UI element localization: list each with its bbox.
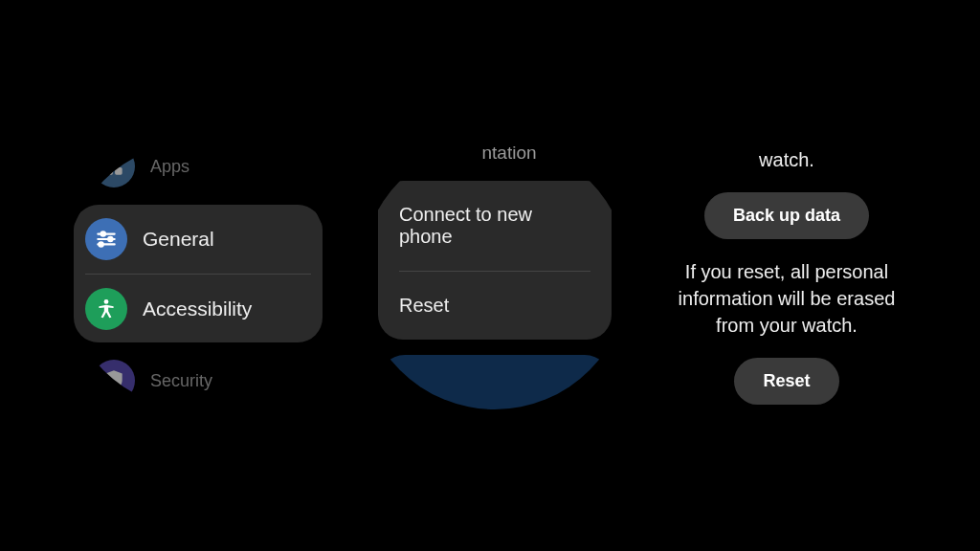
top-text-fragment: watch. <box>759 146 814 173</box>
settings-item-security[interactable]: Security <box>83 346 313 409</box>
reset-button[interactable]: Reset <box>734 358 838 405</box>
connect-new-phone-item[interactable]: Connect to new phone <box>399 181 590 271</box>
sliders-icon <box>85 218 127 260</box>
settings-item-accessibility[interactable]: Accessibility <box>85 274 311 342</box>
backup-data-button[interactable]: Back up data <box>704 192 869 239</box>
svg-point-5 <box>101 231 105 235</box>
settings-item-apps[interactable]: Apps <box>83 142 313 201</box>
settings-item-general[interactable]: General <box>74 205 323 274</box>
apps-icon <box>93 145 135 187</box>
apps-label: Apps <box>150 157 189 177</box>
svg-rect-1 <box>115 158 122 165</box>
svg-point-7 <box>108 237 112 241</box>
accessibility-label: Accessibility <box>143 298 252 320</box>
reset-confirm-screen: watch. Back up data If you reset, all pe… <box>657 146 916 405</box>
accessibility-icon <box>85 288 127 330</box>
shield-icon <box>93 360 135 402</box>
svg-point-10 <box>104 299 109 304</box>
svg-rect-0 <box>105 158 113 165</box>
settings-center-card: General Accessibility <box>74 205 323 342</box>
svg-rect-3 <box>115 167 122 175</box>
orientation-item[interactable]: ntation <box>378 142 612 181</box>
svg-rect-2 <box>105 167 113 175</box>
general-menu-card: Connect to new phone Reset <box>378 181 612 340</box>
general-menu-screen: ntation Connect to new phone Reset <box>361 142 629 409</box>
general-label: General <box>143 228 214 251</box>
bottom-partial-card[interactable] <box>378 355 612 409</box>
settings-list-screen: Apps General <box>64 142 332 409</box>
orientation-label: ntation <box>481 143 536 163</box>
reset-warning-text: If you reset, all personal information w… <box>657 258 916 339</box>
security-label: Security <box>150 371 212 391</box>
svg-point-9 <box>99 242 102 246</box>
reset-item[interactable]: Reset <box>399 271 590 340</box>
